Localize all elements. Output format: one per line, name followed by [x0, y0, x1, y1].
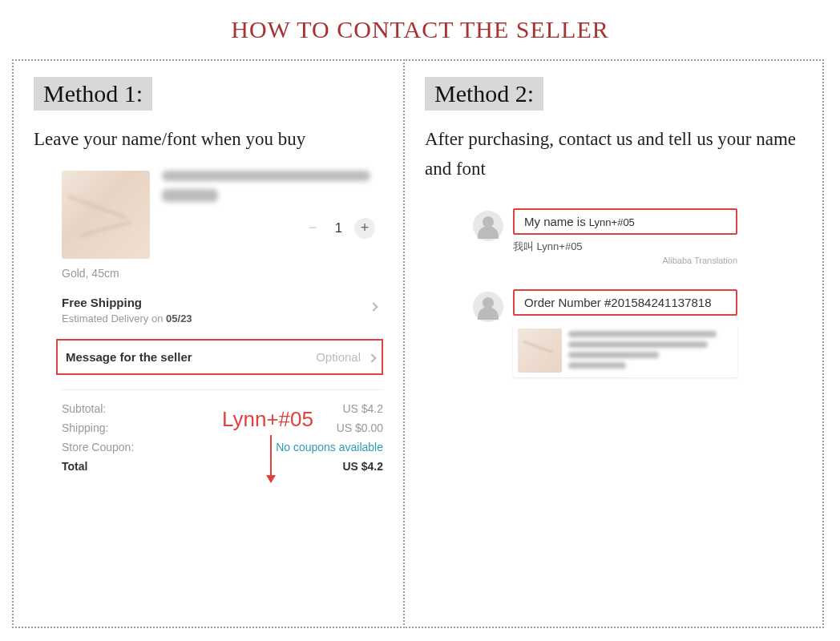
qty-minus-button[interactable]: − — [302, 218, 323, 239]
panels: Method 1: Leave your name/font when you … — [12, 59, 828, 628]
avatar-icon — [473, 292, 503, 322]
annotation-text: Lynn+#05 — [222, 407, 313, 432]
shipping-block[interactable]: Free Shipping Estimated Delivery on 05/2… — [34, 296, 383, 325]
chevron-right-icon — [367, 353, 376, 362]
order-card — [513, 324, 737, 377]
arrow-down-icon — [270, 435, 272, 479]
total-row: TotalUS $4.2 — [62, 460, 383, 473]
chat-block: My name is Lynn+#05 我叫 Lynn+#05 Alibaba … — [425, 208, 802, 377]
product-variant: Gold, 45cm — [34, 267, 383, 280]
qty-plus-button[interactable]: + — [354, 218, 375, 239]
order-thumbnail — [518, 329, 562, 373]
product-title-blur — [162, 171, 370, 181]
product-price-blur — [162, 189, 218, 202]
chat-bubble-1: My name is Lynn+#05 — [513, 208, 737, 235]
method2-panel: Method 2: After purchasing, contact us a… — [403, 59, 824, 628]
message-label: Message for the seller — [66, 350, 192, 364]
product-row: − 1 + — [34, 171, 383, 259]
chat-message-2: Order Number #201584241137818 — [473, 289, 802, 377]
chat-bubble-2: Order Number #201584241137818 — [513, 289, 737, 316]
method1-desc: Leave your name/font when you buy — [34, 125, 383, 155]
coupon-row: Store Coupon:No coupons available — [62, 441, 383, 454]
page-title: HOW TO CONTACT THE SELLER — [12, 16, 828, 43]
method2-label: Method 2: — [425, 77, 543, 111]
method1-panel: Method 1: Leave your name/font when you … — [12, 59, 405, 628]
order-text-blur — [568, 329, 733, 373]
translation-source: Alibaba Translation — [513, 256, 737, 265]
qty-row: − 1 + — [162, 218, 383, 239]
divider — [62, 389, 383, 390]
message-for-seller-row[interactable]: Message for the seller Optional — [56, 339, 383, 375]
shipping-estimate: Estimated Delivery on 05/23 — [62, 312, 383, 325]
product-image — [62, 171, 150, 259]
shipping-title: Free Shipping — [62, 296, 383, 309]
avatar-icon — [473, 211, 503, 241]
chat-translation: 我叫 Lynn+#05 — [513, 240, 737, 254]
product-info: − 1 + — [162, 171, 383, 239]
chat-message-1: My name is Lynn+#05 我叫 Lynn+#05 Alibaba … — [473, 208, 802, 265]
qty-value: 1 — [335, 221, 342, 236]
method2-desc: After purchasing, contact us and tell us… — [425, 125, 802, 184]
totals-block: Subtotal:US $4.2 Shipping:US $0.00 Store… — [34, 402, 383, 473]
method1-label: Method 1: — [34, 77, 152, 111]
message-placeholder: Optional — [316, 350, 361, 364]
